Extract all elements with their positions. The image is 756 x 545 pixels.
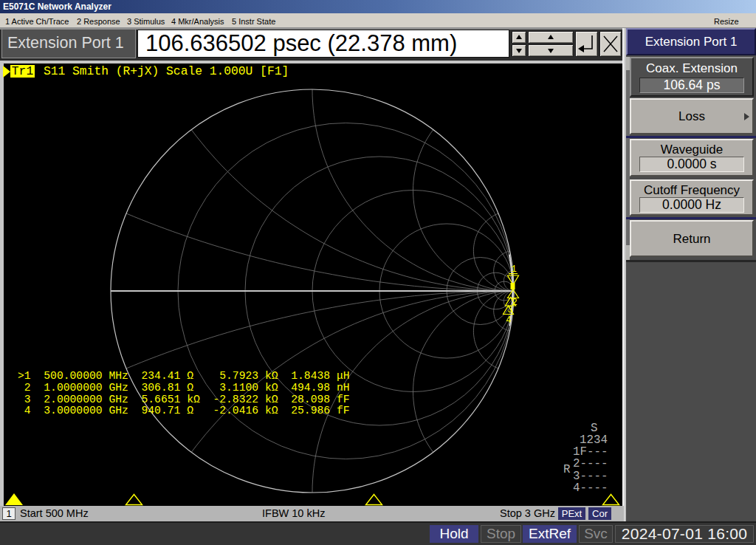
svg-text:3: 3 xyxy=(507,305,513,315)
svg-text:4: 4 xyxy=(506,315,512,326)
svg-text:1: 1 xyxy=(511,264,517,275)
